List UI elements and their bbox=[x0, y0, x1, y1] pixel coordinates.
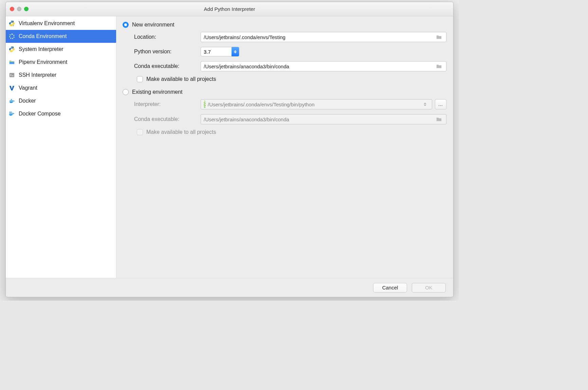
sidebar-item-label: System Interpreter bbox=[19, 46, 63, 52]
sidebar-item-conda[interactable]: Conda Environment bbox=[6, 30, 116, 43]
titlebar: Add Python Interpreter bbox=[6, 2, 453, 16]
location-value: /Users/jetbrains/.conda/envs/Testing bbox=[204, 34, 286, 40]
conda-exec-input[interactable]: /Users/jetbrains/anaconda3/bin/conda bbox=[201, 61, 446, 71]
svg-rect-8 bbox=[12, 113, 13, 114]
svg-rect-2 bbox=[10, 100, 11, 101]
minimize-window-icon bbox=[17, 7, 21, 11]
conda-icon bbox=[204, 102, 206, 107]
sidebar-item-label: Virtualenv Environment bbox=[19, 20, 75, 26]
sidebar-item-label: Conda Environment bbox=[19, 33, 67, 39]
dialog-title: Add Python Interpreter bbox=[6, 6, 453, 12]
folder-icon bbox=[8, 59, 15, 66]
conda-exec-label: Conda executable: bbox=[134, 116, 201, 122]
radio-label: Existing environment bbox=[132, 89, 183, 95]
svg-rect-10 bbox=[10, 112, 11, 113]
sidebar-item-label: Docker bbox=[19, 98, 36, 104]
svg-rect-6 bbox=[10, 113, 11, 114]
sidebar-item-pipenv[interactable]: Pipenv Environment bbox=[6, 56, 116, 69]
interpreter-input: /Users/jetbrains/.conda/envs/Testing/bin… bbox=[201, 99, 432, 109]
browse-folder-icon[interactable] bbox=[435, 62, 443, 71]
dialog-footer: Cancel OK bbox=[6, 278, 453, 297]
dialog-content: v Virtualenv Environment Conda Environme… bbox=[6, 16, 453, 278]
svg-text:v: v bbox=[13, 24, 14, 26]
conda-exec-value-existing: /Users/jetbrains/anaconda3/bin/conda bbox=[204, 117, 289, 122]
conda-exec-value: /Users/jetbrains/anaconda3/bin/conda bbox=[204, 64, 289, 69]
sidebar-item-virtualenv[interactable]: v Virtualenv Environment bbox=[6, 17, 116, 30]
sidebar-item-system[interactable]: System Interpreter bbox=[6, 43, 116, 56]
existing-env-radio-row[interactable]: Existing environment bbox=[123, 89, 446, 95]
svg-rect-4 bbox=[12, 100, 13, 101]
location-label: Location: bbox=[134, 34, 201, 40]
radio-label: New environment bbox=[132, 22, 174, 28]
main-panel: New environment Location: /Users/jetbrai… bbox=[116, 16, 453, 278]
sidebar-item-label: Docker Compose bbox=[19, 111, 61, 117]
svg-rect-5 bbox=[11, 99, 12, 100]
conda-exec-label: Conda executable: bbox=[134, 63, 201, 69]
new-env-radio-row[interactable]: New environment bbox=[123, 22, 446, 28]
python-icon bbox=[8, 46, 15, 53]
sidebar-item-label: Pipenv Environment bbox=[19, 59, 67, 65]
conda-icon bbox=[8, 33, 15, 40]
browse-folder-icon bbox=[435, 115, 443, 124]
more-options-button: … bbox=[435, 99, 446, 109]
svg-rect-9 bbox=[11, 112, 12, 113]
svg-rect-3 bbox=[11, 100, 12, 101]
sidebar-item-label: SSH Interpreter bbox=[19, 72, 56, 78]
dropdown-stepper-icon bbox=[422, 103, 428, 106]
sidebar-item-ssh[interactable]: SSH Interpreter bbox=[6, 69, 116, 82]
python-version-label: Python version: bbox=[134, 49, 201, 55]
interpreter-label: Interpreter: bbox=[134, 101, 201, 107]
make-available-checkbox-row[interactable]: Make available to all projects bbox=[137, 76, 446, 82]
make-available-checkbox-row-existing: Make available to all projects bbox=[137, 129, 446, 135]
cancel-button[interactable]: Cancel bbox=[373, 283, 407, 292]
radio-existing-env[interactable] bbox=[123, 89, 129, 95]
select-stepper-icon[interactable] bbox=[232, 47, 239, 56]
python-version-value: 3.7 bbox=[204, 49, 211, 55]
terminal-icon bbox=[8, 72, 15, 78]
existing-env-form: Interpreter: /Users/jetbrains/.conda/env… bbox=[123, 99, 446, 137]
vagrant-icon bbox=[8, 85, 15, 91]
sidebar-item-docker[interactable]: Docker bbox=[6, 94, 116, 107]
sidebar-item-vagrant[interactable]: Vagrant bbox=[6, 82, 116, 94]
window-controls bbox=[10, 7, 29, 11]
make-available-label: Make available to all projects bbox=[146, 76, 216, 82]
zoom-window-icon[interactable] bbox=[24, 7, 29, 11]
add-interpreter-dialog: Add Python Interpreter v Virtualenv Envi… bbox=[5, 2, 454, 297]
docker-compose-icon bbox=[8, 110, 15, 117]
make-available-checkbox[interactable] bbox=[137, 76, 143, 82]
radio-new-env[interactable] bbox=[123, 22, 129, 28]
ok-button: OK bbox=[412, 283, 446, 292]
new-env-form: Location: /Users/jetbrains/.conda/envs/T… bbox=[123, 32, 446, 84]
docker-icon bbox=[8, 98, 15, 104]
sidebar: v Virtualenv Environment Conda Environme… bbox=[6, 16, 116, 278]
python-version-select[interactable]: 3.7 bbox=[201, 47, 239, 56]
sidebar-item-docker-compose[interactable]: Docker Compose bbox=[6, 107, 116, 120]
sidebar-item-label: Vagrant bbox=[19, 85, 37, 91]
svg-rect-7 bbox=[11, 113, 12, 114]
browse-folder-icon[interactable] bbox=[435, 33, 443, 41]
svg-rect-1 bbox=[10, 73, 14, 77]
python-icon: v bbox=[8, 20, 15, 27]
make-available-label-existing: Make available to all projects bbox=[146, 129, 216, 135]
location-input[interactable]: /Users/jetbrains/.conda/envs/Testing bbox=[201, 32, 446, 42]
conda-exec-input-existing: /Users/jetbrains/anaconda3/bin/conda bbox=[201, 114, 446, 124]
close-window-icon[interactable] bbox=[10, 7, 14, 11]
interpreter-value: /Users/jetbrains/.conda/envs/Testing/bin… bbox=[208, 102, 314, 107]
make-available-checkbox-existing bbox=[137, 129, 143, 135]
